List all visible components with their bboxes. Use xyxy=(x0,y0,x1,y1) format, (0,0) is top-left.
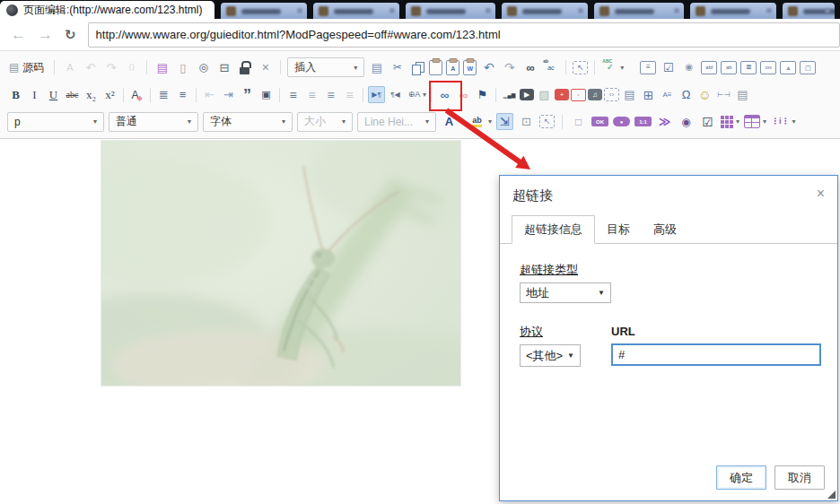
line-style-icon[interactable]: A≡ xyxy=(659,86,676,103)
outdent-icon[interactable]: ⇤ xyxy=(201,86,218,103)
line-height-dropdown[interactable]: Line Hei...▾ xyxy=(357,112,436,132)
url-input[interactable] xyxy=(611,343,821,366)
browser-tab[interactable] xyxy=(221,3,307,19)
remove-format-icon[interactable]: A◆ xyxy=(128,86,145,103)
templates-disabled-icon[interactable]: A xyxy=(61,59,78,76)
unlink-icon[interactable]: ∞ xyxy=(455,86,472,103)
protocol-select[interactable]: <其他> ▼ xyxy=(520,344,581,367)
language-caret[interactable]: ▾ xyxy=(423,91,426,99)
text-color-caret[interactable]: ▾ xyxy=(460,117,464,126)
div-container-icon[interactable]: ▣ xyxy=(258,86,275,103)
insert-dropdown[interactable]: 插入▾ xyxy=(287,57,364,77)
save-icon[interactable]: ▤ xyxy=(153,59,171,76)
checkbox-icon[interactable]: ☑ xyxy=(660,59,677,76)
chart-icon[interactable]: ▁▄▆ xyxy=(501,86,518,103)
spellcheck-icon[interactable]: ABC✓ xyxy=(601,59,618,76)
source-button[interactable]: ▤源码 xyxy=(5,59,48,76)
bg-color-icon[interactable]: ab xyxy=(468,113,486,130)
align-center-icon[interactable]: ≡ xyxy=(303,86,320,103)
font-dropdown[interactable]: 字体▾ xyxy=(203,112,293,132)
browser-tab[interactable] xyxy=(783,3,835,19)
radio-icon[interactable]: ◉ xyxy=(680,59,697,76)
preview-icon[interactable]: ◎ xyxy=(195,59,212,76)
browser-tab[interactable] xyxy=(406,3,495,19)
close-icon[interactable]: × xyxy=(817,186,825,202)
text-color-icon[interactable]: A xyxy=(441,113,458,130)
grid-menu-icon[interactable] xyxy=(721,116,733,128)
select-all-icon[interactable]: ↖ xyxy=(573,61,588,74)
iframe-icon[interactable]: ▫ xyxy=(571,89,586,101)
browser-tab-active[interactable]: 页面编辑:(http://wware.com/123.html) xyxy=(0,1,214,19)
oval-badge-icon[interactable]: ● xyxy=(613,117,630,126)
resize-grip[interactable] xyxy=(827,491,836,499)
page-template-icon[interactable]: ▤ xyxy=(368,59,385,76)
anchor-icon[interactable]: ⚑ xyxy=(474,86,491,103)
preview-eye-icon[interactable]: ◉ xyxy=(678,113,695,130)
page-props-icon[interactable]: ▤ xyxy=(621,86,638,103)
bidi-ltr-icon[interactable]: ▶¶ xyxy=(368,86,385,103)
dialog-tab-0[interactable]: 超链接信息 xyxy=(512,215,595,244)
back-icon[interactable]: ← xyxy=(11,27,26,42)
reload-icon[interactable]: ↻ xyxy=(65,28,76,41)
numbered-list-icon[interactable]: ≣ xyxy=(155,86,172,103)
edge-doc-icon[interactable]: ▤ xyxy=(734,86,751,103)
cancel-button[interactable]: 取消 xyxy=(774,465,825,490)
task-check-icon[interactable]: ☑ xyxy=(699,113,716,130)
forward-icon[interactable]: ≫ xyxy=(656,113,673,130)
bullet-list-icon[interactable]: ≡ xyxy=(174,86,191,103)
textarea-icon[interactable]: ab xyxy=(721,61,737,74)
align-justify-icon[interactable]: ≡ xyxy=(341,86,358,103)
image-button-icon[interactable]: ▲ xyxy=(780,61,796,74)
italic-button[interactable]: I xyxy=(26,86,43,103)
close-doc-icon[interactable]: × xyxy=(257,59,274,76)
smiley-icon[interactable]: ☺ xyxy=(696,86,713,103)
grid-menu-caret[interactable]: ▾ xyxy=(736,117,739,126)
link-type-select[interactable]: 地址 ▼ xyxy=(520,282,611,303)
show-blocks-icon[interactable]: ⊡ xyxy=(518,113,535,130)
link-icon[interactable]: ∞ xyxy=(436,86,453,103)
code-snippet-icon[interactable]: ‹› xyxy=(604,88,619,101)
tag-badge-icon[interactable]: 1:1 xyxy=(634,117,652,126)
grasshopper-image[interactable] xyxy=(101,141,460,386)
image-icon[interactable]: ▨ xyxy=(536,86,553,103)
address-input[interactable] xyxy=(88,22,840,48)
forward-icon[interactable]: → xyxy=(38,27,53,42)
info-menu-icon[interactable]: ⋮i⋮ xyxy=(771,113,790,130)
paragraph-format-dropdown[interactable]: p▾ xyxy=(7,112,104,132)
browser-tab[interactable] xyxy=(313,3,399,19)
info-menu-caret[interactable]: ▾ xyxy=(792,117,796,126)
browser-tab[interactable] xyxy=(594,3,684,19)
paste-icon[interactable] xyxy=(429,60,442,75)
omega-icon[interactable]: Ω xyxy=(678,86,695,103)
subscript-button[interactable]: x₂ xyxy=(83,86,100,103)
bold-button[interactable]: B xyxy=(7,86,24,103)
object-frame-icon[interactable]: ↖ xyxy=(539,115,555,128)
table-menu-icon[interactable] xyxy=(744,115,760,128)
code-disabled-icon[interactable]: ⟨⟩ xyxy=(123,59,140,76)
print-icon[interactable]: ⊟ xyxy=(215,59,232,76)
table-icon[interactable]: ⊞ xyxy=(640,86,657,103)
maximize-icon[interactable]: ⇲ xyxy=(496,113,513,130)
align-right-icon[interactable]: ≡ xyxy=(322,86,339,103)
strike-button[interactable]: abc xyxy=(64,86,81,103)
ok-badge-icon[interactable]: OK xyxy=(591,117,608,126)
indent-icon[interactable]: ⇥ xyxy=(220,86,237,103)
bg-color-caret[interactable]: ▾ xyxy=(488,117,492,126)
bidi-rtl-icon[interactable]: ¶◀ xyxy=(387,86,404,103)
dialog-tab-1[interactable]: 目标 xyxy=(595,216,642,243)
lock-icon[interactable] xyxy=(236,59,253,76)
ok-button[interactable]: 确定 xyxy=(716,465,766,490)
redo-icon[interactable]: ↷ xyxy=(501,59,518,76)
superscript-button[interactable]: x² xyxy=(101,86,118,103)
cut-icon[interactable]: ✂ xyxy=(389,59,406,76)
text-field-icon[interactable]: abl xyxy=(701,61,717,74)
styles-dropdown[interactable]: 普通▾ xyxy=(109,112,198,132)
replace-icon[interactable]: abac xyxy=(542,59,559,76)
dialog-tab-2[interactable]: 高级 xyxy=(642,216,688,243)
language-icon[interactable]: ⊕A xyxy=(406,86,423,103)
copy-icon[interactable] xyxy=(409,59,425,76)
frame-icon[interactable]: □ xyxy=(570,113,587,130)
video-icon[interactable]: ▶ xyxy=(520,89,534,100)
select-field-icon[interactable]: ≣ xyxy=(740,61,757,74)
align-left-icon[interactable]: ≡ xyxy=(284,86,302,103)
